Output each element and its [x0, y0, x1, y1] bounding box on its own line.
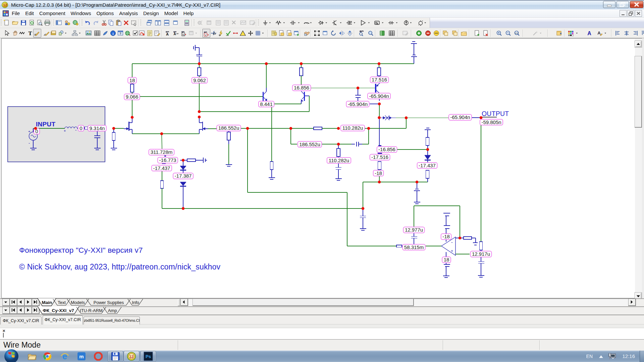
- svg-text:Amp: Amp: [108, 308, 117, 313]
- svg-text:V: V: [205, 34, 207, 37]
- svg-text:Info: Info: [132, 300, 139, 305]
- svg-text:e: e: [62, 352, 67, 361]
- svg-text:N: N: [182, 33, 184, 36]
- svg-text:Power Supplies: Power Supplies: [94, 300, 124, 305]
- svg-text:Main: Main: [42, 300, 52, 305]
- svg-text:ФК_Cy-XXI_v7: ФК_Cy-XXI_v7: [43, 308, 74, 313]
- svg-text:12: 12: [129, 355, 133, 359]
- svg-text:m: m: [79, 354, 84, 359]
- svg-text:100: 100: [515, 32, 519, 34]
- svg-text:ITU-R-ARM: ITU-R-ARM: [80, 308, 103, 313]
- svg-text:A: A: [587, 31, 591, 36]
- svg-text:T: T: [28, 30, 32, 37]
- svg-text:i: i: [112, 32, 113, 36]
- svg-text:Text: Text: [58, 300, 66, 305]
- svg-text:Ps: Ps: [146, 354, 151, 359]
- svg-text:A: A: [166, 32, 169, 36]
- svg-text:Models: Models: [71, 300, 85, 305]
- svg-text:?: ?: [119, 32, 121, 35]
- svg-text:A: A: [173, 32, 176, 36]
